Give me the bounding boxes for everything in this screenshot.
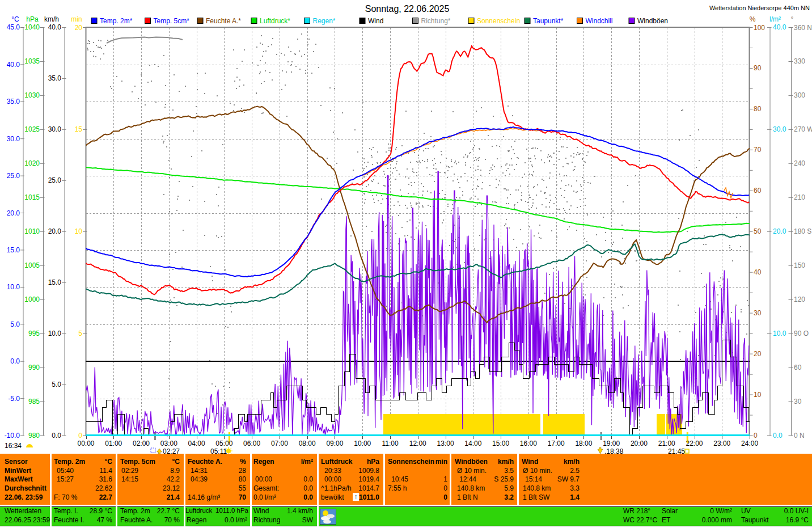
svg-text:19:00: 19:00 [603, 440, 620, 447]
svg-text:35.0: 35.0 [7, 98, 20, 105]
svg-text:20.0: 20.0 [773, 227, 786, 235]
svg-text:16:00: 16:00 [520, 440, 537, 447]
svg-text:Wind: Wind [368, 17, 383, 25]
svg-text:180 S: 180 S [794, 227, 811, 235]
svg-text:0.0: 0.0 [773, 432, 783, 440]
svg-text:45.0: 45.0 [7, 23, 20, 31]
svg-text:1010: 1010 [24, 227, 40, 235]
svg-text:05:11: 05:11 [210, 447, 227, 454]
svg-text:1020: 1020 [24, 159, 40, 167]
svg-text:5: 5 [78, 330, 82, 337]
svg-text:5.0: 5.0 [52, 381, 61, 388]
svg-text:18:00: 18:00 [575, 440, 592, 447]
svg-text:12:00: 12:00 [409, 440, 426, 447]
svg-text:40: 40 [754, 268, 762, 276]
svg-text:°C: °C [11, 15, 19, 23]
svg-text:20: 20 [754, 350, 762, 358]
svg-text:15: 15 [75, 125, 83, 133]
svg-text:15.0: 15.0 [48, 278, 62, 286]
svg-text:-5.0: -5.0 [8, 395, 20, 403]
svg-text:01:00: 01:00 [105, 440, 122, 447]
svg-text:30.0: 30.0 [7, 135, 20, 143]
svg-text:17:00: 17:00 [548, 440, 565, 447]
svg-text:22:00: 22:00 [686, 440, 703, 447]
svg-text:Feuchte A.*: Feuchte A.* [206, 17, 241, 25]
svg-text:10.0: 10.0 [773, 330, 786, 337]
svg-text:240: 240 [794, 159, 805, 167]
svg-text:04:00: 04:00 [188, 440, 205, 447]
svg-text:1030: 1030 [24, 91, 40, 99]
svg-text:09:00: 09:00 [326, 440, 343, 447]
svg-text:270 W: 270 W [794, 125, 812, 133]
svg-text:02:27: 02:27 [163, 447, 180, 454]
svg-text:40.0: 40.0 [48, 23, 62, 31]
svg-text:10.0: 10.0 [48, 330, 62, 337]
svg-text:70: 70 [754, 146, 762, 154]
svg-text:-10.0: -10.0 [5, 432, 20, 440]
svg-text:980: 980 [28, 432, 40, 440]
svg-text:Windchill: Windchill [586, 17, 613, 25]
svg-text:210: 210 [794, 193, 805, 201]
svg-text:Regen*: Regen* [313, 17, 336, 25]
svg-text:1005: 1005 [24, 261, 40, 269]
svg-text:15.0: 15.0 [7, 246, 20, 254]
svg-text:30: 30 [754, 309, 762, 317]
svg-text:1040: 1040 [24, 23, 40, 31]
svg-text:150: 150 [794, 261, 805, 269]
svg-text:00:00: 00:00 [77, 440, 94, 447]
svg-text:0: 0 [78, 432, 82, 440]
svg-text:995: 995 [28, 330, 40, 337]
svg-text:1015: 1015 [24, 193, 40, 201]
svg-text:15:00: 15:00 [492, 440, 509, 447]
svg-text:5.0: 5.0 [10, 320, 20, 328]
svg-text:1000: 1000 [24, 295, 40, 303]
svg-text:330: 330 [794, 57, 805, 65]
svg-text:Taupunkt*: Taupunkt* [533, 17, 564, 25]
svg-text:03:00: 03:00 [160, 440, 177, 447]
svg-text:40.0: 40.0 [773, 23, 786, 31]
svg-text:990: 990 [28, 364, 40, 371]
svg-text:0.0: 0.0 [10, 357, 20, 365]
svg-text:30.0: 30.0 [773, 125, 786, 133]
svg-text:20: 20 [75, 24, 83, 32]
svg-text:23:00: 23:00 [713, 440, 730, 447]
svg-text:30.0: 30.0 [48, 125, 62, 133]
svg-text:km/h: km/h [44, 15, 59, 23]
svg-text:%: % [750, 15, 756, 23]
svg-text:985: 985 [28, 398, 40, 405]
svg-text:35.0: 35.0 [48, 74, 62, 82]
svg-text:Sonntag, 22.06.2025: Sonntag, 22.06.2025 [365, 4, 450, 14]
svg-text:25.0: 25.0 [48, 176, 62, 184]
svg-text:20:00: 20:00 [631, 440, 648, 447]
svg-text:08:00: 08:00 [299, 440, 316, 447]
svg-text:10:00: 10:00 [354, 440, 371, 447]
svg-text:Richtung*: Richtung* [421, 17, 451, 25]
svg-text:06:00: 06:00 [243, 440, 260, 447]
svg-text:50: 50 [754, 227, 762, 235]
svg-text:60: 60 [754, 187, 762, 195]
svg-text:14:00: 14:00 [464, 440, 481, 447]
svg-text:l/m²: l/m² [769, 15, 781, 23]
svg-text:13:00: 13:00 [437, 440, 454, 447]
svg-text:Wetterstation Niedersorpe 440m: Wetterstation Niedersorpe 440m NN [709, 5, 810, 11]
svg-text:.18:38: .18:38 [604, 447, 624, 454]
svg-text:Temp. 5cm*: Temp. 5cm* [154, 17, 190, 25]
svg-text:100: 100 [754, 24, 765, 32]
svg-text:21:00: 21:00 [658, 440, 675, 447]
svg-text:360 N: 360 N [794, 24, 812, 32]
svg-text:60: 60 [794, 364, 802, 371]
svg-text:80: 80 [754, 105, 762, 113]
svg-text:10.0: 10.0 [7, 283, 20, 291]
svg-text:90 O: 90 O [794, 330, 809, 337]
svg-text:Luftdruck*: Luftdruck* [260, 17, 290, 25]
svg-text:11:00: 11:00 [382, 440, 398, 447]
svg-text:24:00: 24:00 [741, 440, 758, 447]
svg-text:30: 30 [794, 398, 802, 405]
svg-text:0.0: 0.0 [52, 432, 61, 440]
svg-text:1035: 1035 [24, 57, 40, 65]
svg-text:05:00: 05:00 [215, 440, 232, 447]
svg-text:300: 300 [794, 91, 805, 99]
svg-text:0 N: 0 N [794, 432, 805, 440]
svg-text:min: min [71, 15, 82, 23]
svg-text:90: 90 [754, 64, 762, 72]
